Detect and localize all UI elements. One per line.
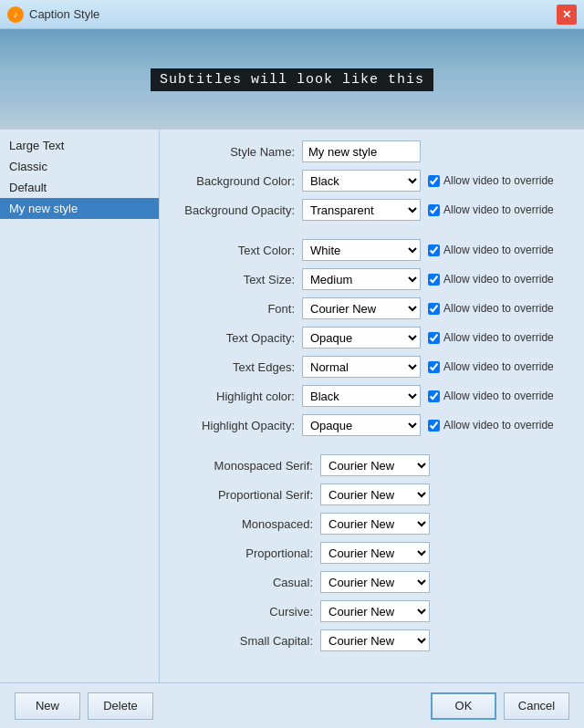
bg-color-label: Background Color:	[174, 174, 302, 188]
sidebar-item-default[interactable]: Default	[0, 177, 159, 198]
bg-color-override-checkbox[interactable]	[428, 175, 440, 187]
highlight-color-row: Highlight color: Black Allow video to ov…	[174, 385, 569, 407]
bg-opacity-label: Background Opacity:	[174, 203, 302, 217]
text-size-label: Text Size:	[174, 273, 302, 286]
small-cap-row: Small Capital: Courier New	[174, 629, 569, 651]
bg-opacity-override-label: Allow video to override	[428, 203, 554, 216]
text-edges-row: Text Edges: Normal Allow video to overri…	[174, 356, 569, 378]
bg-opacity-select[interactable]: Transparent	[302, 199, 421, 221]
monospaced-label: Monospaced:	[174, 517, 320, 531]
proportional-select[interactable]: Courier New	[320, 542, 430, 564]
delete-button[interactable]: Delete	[88, 692, 153, 720]
highlight-opacity-override-label: Allow video to override	[428, 419, 554, 432]
mono-serif-select[interactable]: Courier New	[320, 454, 430, 476]
highlight-color-select[interactable]: Black	[302, 385, 421, 407]
cursive-select[interactable]: Courier New	[320, 600, 430, 622]
monospaced-select[interactable]: Courier New	[320, 513, 430, 535]
text-opacity-label: Text Opacity:	[174, 331, 302, 345]
text-size-override-checkbox[interactable]	[428, 274, 440, 286]
highlight-color-override-checkbox[interactable]	[428, 390, 440, 402]
highlight-opacity-select[interactable]: Opaque	[302, 414, 421, 436]
text-edges-label: Text Edges:	[174, 360, 302, 374]
bottom-bar: New Delete OK Cancel	[0, 682, 584, 728]
sidebar-item-large-text[interactable]: Large Text	[0, 135, 159, 156]
text-color-row: Text Color: White Allow video to overrid…	[174, 239, 569, 261]
bottom-right-buttons: OK Cancel	[431, 692, 569, 720]
casual-select[interactable]: Courier New	[320, 571, 430, 593]
new-button[interactable]: New	[15, 692, 80, 720]
bg-color-select[interactable]: Black	[302, 170, 421, 192]
cursive-label: Cursive:	[174, 605, 320, 619]
text-opacity-override-label: Allow video to override	[428, 331, 554, 344]
bg-color-override-label: Allow video to override	[428, 174, 554, 187]
proportional-label: Proportional:	[174, 546, 320, 560]
highlight-opacity-label: Highlight Opacity:	[174, 419, 302, 432]
highlight-opacity-row: Highlight Opacity: Opaque Allow video to…	[174, 414, 569, 436]
sidebar-item-classic[interactable]: Classic	[0, 156, 159, 177]
bg-opacity-row: Background Opacity: Transparent Allow vi…	[174, 199, 569, 221]
font-label: Font:	[174, 302, 302, 316]
text-color-select[interactable]: White	[302, 239, 421, 261]
font-row: Font: Courier New Allow video to overrid…	[174, 297, 569, 319]
prop-serif-label: Proportional Serif:	[174, 488, 320, 502]
text-color-override-checkbox[interactable]	[428, 244, 440, 256]
title-bar-title: Caption Style	[29, 7, 99, 21]
text-edges-override-label: Allow video to override	[428, 360, 554, 373]
highlight-color-override-label: Allow video to override	[428, 390, 554, 402]
sidebar-item-my-new-style[interactable]: My new style	[0, 198, 159, 219]
style-name-input[interactable]	[302, 140, 421, 162]
highlight-opacity-override-checkbox[interactable]	[428, 420, 440, 432]
text-size-override-label: Allow video to override	[428, 273, 554, 286]
text-opacity-row: Text Opacity: Opaque Allow video to over…	[174, 327, 569, 348]
bg-opacity-override-checkbox[interactable]	[428, 204, 440, 216]
style-name-row: Style Name:	[174, 140, 569, 162]
text-color-override-label: Allow video to override	[428, 244, 554, 256]
proportional-row: Proportional: Courier New	[174, 542, 569, 564]
mono-serif-row: Monospaced Serif: Courier New	[174, 454, 569, 476]
font-select[interactable]: Courier New	[302, 297, 421, 319]
preview-area: Subtitles will look like this	[0, 29, 584, 130]
font-section: Monospaced Serif: Courier New Proportion…	[174, 454, 569, 651]
subtitle-preview: Subtitles will look like this	[151, 68, 433, 91]
font-override-label: Allow video to override	[428, 302, 554, 315]
monospaced-row: Monospaced: Courier New	[174, 513, 569, 535]
close-button[interactable]: ✕	[557, 5, 577, 25]
prop-serif-select[interactable]: Courier New	[320, 484, 430, 505]
small-cap-label: Small Capital:	[174, 634, 320, 648]
casual-row: Casual: Courier New	[174, 571, 569, 593]
bottom-left-buttons: New Delete	[15, 692, 153, 720]
right-panel: Style Name: Background Color: Black Allo…	[160, 130, 584, 682]
sidebar: Large Text Classic Default My new style	[0, 130, 160, 682]
text-opacity-override-checkbox[interactable]	[428, 332, 440, 344]
text-edges-select[interactable]: Normal	[302, 356, 421, 378]
ok-button[interactable]: OK	[431, 692, 496, 720]
text-size-select[interactable]: Medium	[302, 268, 421, 290]
main-content: Large Text Classic Default My new style …	[0, 130, 584, 682]
casual-label: Casual:	[174, 576, 320, 589]
text-color-label: Text Color:	[174, 244, 302, 257]
bg-color-row: Background Color: Black Allow video to o…	[174, 170, 569, 192]
cancel-button[interactable]: Cancel	[504, 692, 569, 720]
style-name-label: Style Name:	[174, 145, 302, 159]
font-override-checkbox[interactable]	[428, 303, 440, 315]
text-opacity-select[interactable]: Opaque	[302, 327, 421, 348]
prop-serif-row: Proportional Serif: Courier New	[174, 484, 569, 505]
title-bar-left: ♪ Caption Style	[7, 6, 99, 23]
small-cap-select[interactable]: Courier New	[320, 629, 430, 651]
cursive-row: Cursive: Courier New	[174, 600, 569, 622]
highlight-color-label: Highlight color:	[174, 390, 302, 403]
text-size-row: Text Size: Medium Allow video to overrid…	[174, 268, 569, 290]
app-icon: ♪	[7, 6, 24, 23]
mono-serif-label: Monospaced Serif:	[174, 459, 320, 473]
text-edges-override-checkbox[interactable]	[428, 361, 440, 373]
title-bar: ♪ Caption Style ✕	[0, 0, 584, 29]
